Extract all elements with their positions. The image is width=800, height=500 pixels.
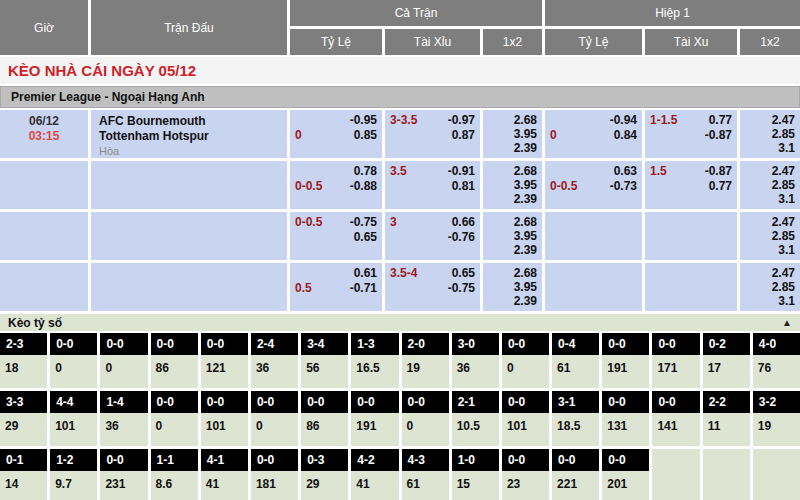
score-cell[interactable]: 2-211	[703, 391, 750, 446]
h1-overunder-cell[interactable]: 1.5-0.870.77	[645, 161, 737, 209]
ft-overunder-cell[interactable]: 3-3.5-0.970.87	[385, 110, 480, 158]
h1-handicap-cell[interactable]	[545, 263, 642, 311]
h1-1x2-cell[interactable]: 2.472.853.1	[740, 110, 800, 158]
score-cell[interactable]: 2-110.5	[452, 391, 499, 446]
score-label: 4-0	[753, 333, 800, 355]
odds-value: 2.68	[488, 113, 537, 127]
score-label: 3-3	[0, 391, 47, 413]
ft-overunder-cell[interactable]: 3.5-40.65-0.75	[385, 263, 480, 311]
odds-value: 2.39	[488, 141, 537, 155]
score-cell[interactable]: 0-114	[0, 449, 47, 500]
score-odds-value: 86	[301, 413, 348, 446]
score-row: 0-1141-29.70-02311-18.64-1410-01810-3294…	[0, 449, 800, 500]
score-cell[interactable]: 4-076	[753, 333, 800, 388]
h1-overunder-cell[interactable]	[645, 212, 737, 260]
h1-1x2-cell[interactable]: 2.472.853.1	[740, 161, 800, 209]
score-cell[interactable]: 0-0181	[251, 449, 298, 500]
ft-handicap-cell[interactable]: 0.610.5-0.71	[290, 263, 382, 311]
odds-value: -0.88	[350, 179, 377, 194]
ft-1x2-cell[interactable]: 2.683.952.39	[483, 161, 542, 209]
ft-1x2-cell[interactable]: 2.683.952.39	[483, 263, 542, 311]
ft-1x2-cell[interactable]: 2.683.952.39	[483, 110, 542, 158]
score-cell[interactable]: 4-241	[351, 449, 398, 500]
h1-overunder-cell[interactable]	[645, 263, 737, 311]
score-cell[interactable]: 0-0191	[602, 333, 649, 388]
score-cell[interactable]: 1-29.7	[50, 449, 97, 500]
score-section-header[interactable]: Kèo tỷ số ▲	[0, 314, 800, 331]
h1-handicap-cell[interactable]	[545, 212, 642, 260]
odds-line: 3.5-0.91	[390, 164, 475, 179]
handicap-value: 0-0.5	[295, 179, 322, 194]
odds-value: 3.1	[745, 243, 795, 257]
handicap-value: 1.5	[650, 164, 667, 179]
h1-handicap-cell[interactable]: -0.9400.84	[545, 110, 642, 158]
score-cell[interactable]: 0-00	[151, 391, 198, 446]
score-cell[interactable]: 0-0191	[351, 391, 398, 446]
score-cell[interactable]: 0-0131	[602, 391, 649, 446]
score-cell[interactable]: 0-086	[301, 391, 348, 446]
score-cell[interactable]: 0-00	[50, 333, 97, 388]
score-cell[interactable]: 0-086	[151, 333, 198, 388]
h1-handicap-cell[interactable]: 0.630-0.5-0.73	[545, 161, 642, 209]
collapse-arrow-icon[interactable]: ▲	[782, 317, 792, 328]
score-cell[interactable]: 3-118.5	[552, 391, 599, 446]
score-cell[interactable]: 3-036	[452, 333, 499, 388]
score-cell[interactable]: 0-00	[402, 391, 449, 446]
home-team[interactable]: AFC Bournemouth	[99, 114, 287, 129]
ft-1x2-cell[interactable]: 2.683.952.39	[483, 212, 542, 260]
score-label: 0-0	[251, 449, 298, 471]
score-label	[703, 449, 750, 471]
league-header[interactable]: Premier League - Ngoại Hạng Anh	[0, 86, 800, 108]
score-cell[interactable]: 0-00	[251, 391, 298, 446]
score-label: 2-2	[703, 391, 750, 413]
score-cell[interactable]: 2-318	[0, 333, 47, 388]
score-cell[interactable]: 0-217	[703, 333, 750, 388]
h1-overunder-cell[interactable]: 1-1.50.77-0.87	[645, 110, 737, 158]
score-cell[interactable]: 1-015	[452, 449, 499, 500]
score-cell[interactable]: 0-329	[301, 449, 348, 500]
score-cell[interactable]: 0-00	[502, 333, 549, 388]
odds-row: 0-0.5-0.750.6530.66-0.762.683.952.392.47…	[0, 212, 800, 260]
group-header-full-time: Cả Trận	[290, 0, 542, 26]
odds-line: 3.5-40.65	[390, 266, 475, 281]
time-cell	[0, 212, 88, 260]
ft-handicap-cell[interactable]: 0-0.5-0.750.65	[290, 212, 382, 260]
score-cell[interactable]: 0-0201	[602, 449, 649, 500]
h1-1x2-cell[interactable]: 2.472.853.1	[740, 263, 800, 311]
score-cell[interactable]: 2-019	[402, 333, 449, 388]
score-cell[interactable]: 4-141	[201, 449, 248, 500]
score-cell[interactable]: 0-0231	[100, 449, 147, 500]
score-cell[interactable]: 2-436	[251, 333, 298, 388]
score-cell[interactable]: 0-023	[502, 449, 549, 500]
score-cell[interactable]: 0-0101	[502, 391, 549, 446]
score-cell[interactable]: 0-0221	[552, 449, 599, 500]
odds-line: 0.78	[295, 164, 377, 179]
ft-handicap-cell[interactable]: 0.780-0.5-0.88	[290, 161, 382, 209]
ft-handicap-cell[interactable]: -0.9500.85	[290, 110, 382, 158]
odds-value: -0.76	[448, 230, 475, 245]
odds-value: 3.95	[488, 229, 537, 243]
odds-value: 3.1	[745, 141, 795, 155]
score-cell[interactable]: 0-0171	[652, 333, 699, 388]
ft-overunder-cell[interactable]: 30.66-0.76	[385, 212, 480, 260]
ft-overunder-cell[interactable]: 3.5-0.910.81	[385, 161, 480, 209]
score-cell[interactable]: 4-4101	[50, 391, 97, 446]
score-cell[interactable]: 3-219	[753, 391, 800, 446]
score-cell[interactable]: 0-0141	[652, 391, 699, 446]
score-cell[interactable]: 3-456	[301, 333, 348, 388]
score-cell[interactable]: 3-329	[0, 391, 47, 446]
score-cell[interactable]: 0-0101	[201, 391, 248, 446]
score-cell[interactable]: 0-0121	[201, 333, 248, 388]
score-cell[interactable]: 1-436	[100, 391, 147, 446]
score-cell[interactable]: 4-361	[402, 449, 449, 500]
score-cell[interactable]: 0-461	[552, 333, 599, 388]
score-cell[interactable]: 1-316.5	[351, 333, 398, 388]
odds-line: 0.5-0.71	[295, 281, 377, 296]
away-team[interactable]: Tottenham Hotspur	[99, 129, 287, 144]
score-cell[interactable]: 1-18.6	[151, 449, 198, 500]
score-cell[interactable]: 0-00	[100, 333, 147, 388]
h1-1x2-cell[interactable]: 2.472.853.1	[740, 212, 800, 260]
odds-line: 0.65	[295, 230, 377, 245]
score-odds-value: 11	[703, 413, 750, 446]
score-odds-value: 181	[251, 471, 298, 500]
